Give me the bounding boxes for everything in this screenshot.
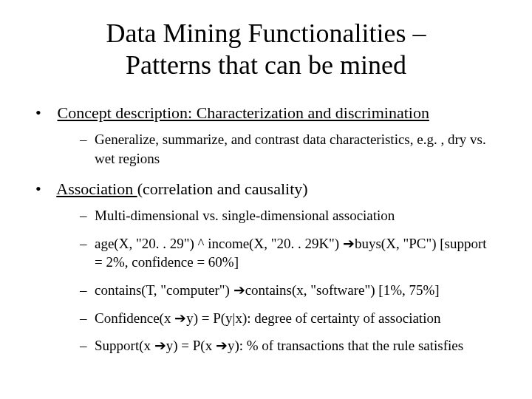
sub-item: contains(T, "computer") ➔contains(x, "so… — [80, 281, 497, 300]
bullet-heading-underlined: Concept description: Characterization an… — [58, 103, 429, 122]
sub-item: Multi-dimensional vs. single-dimensional… — [80, 206, 497, 225]
slide: Data Mining Functionalities – Patterns t… — [0, 0, 532, 399]
title-line-1: Data Mining Functionalities – — [106, 18, 426, 48]
bullet-heading-rest: (correlation and causality) — [137, 180, 308, 198]
title-line-2: Patterns that can be mined — [126, 50, 406, 80]
bullet-heading-underlined: Association — [56, 180, 137, 198]
sub-item: age(X, "20. . 29") ^ income(X, "20. . 29… — [80, 234, 497, 272]
bullet-concept-description: Concept description: Characterization an… — [35, 102, 497, 168]
sub-item: Confidence(x ➔y) = P(y|x): degree of cer… — [80, 309, 497, 328]
slide-title: Data Mining Functionalities – Patterns t… — [35, 18, 497, 81]
sub-item: Generalize, summarize, and contrast data… — [80, 130, 497, 168]
bullet-association: Association (correlation and causality) … — [35, 178, 497, 355]
sub-list: Generalize, summarize, and contrast data… — [53, 130, 497, 168]
sub-list: Multi-dimensional vs. single-dimensional… — [53, 206, 497, 355]
sub-item: Support(x ➔y) = P(x ➔y): % of transactio… — [80, 336, 497, 355]
bullet-list: Concept description: Characterization an… — [35, 102, 497, 355]
